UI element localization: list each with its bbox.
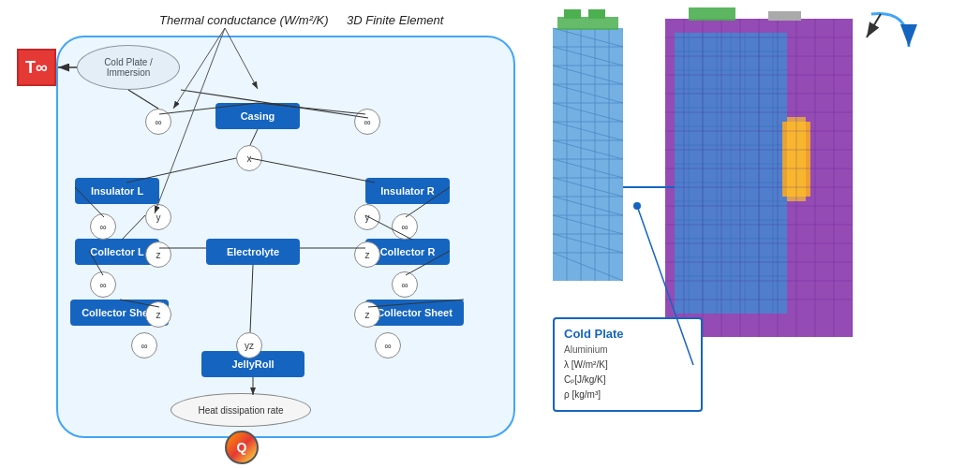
svg-line-51 [553, 197, 623, 215]
svg-rect-59 [675, 33, 787, 314]
electrolyte-box: Electrolyte [206, 239, 300, 265]
node-inf7: ∞ [131, 332, 157, 358]
svg-line-46 [553, 103, 623, 122]
cold-plate-annotation: Cold Plate Aluminium λ [W/m²/K] Cₚ[J/kg/… [553, 317, 703, 412]
svg-line-48 [553, 140, 623, 159]
network-box [56, 36, 515, 438]
node-inf2: ∞ [354, 109, 380, 135]
node-inf8: ∞ [375, 332, 401, 358]
t-inf-box: T∞ [17, 49, 56, 86]
svg-line-53 [553, 234, 623, 253]
node-inf4: ∞ [392, 213, 418, 240]
cold-plate-lambda: λ [W/m²/K] [564, 358, 691, 373]
svg-rect-25 [553, 28, 623, 281]
diagram-area: Thermal conductance (W/m²/K) 3D Finite E… [0, 0, 543, 468]
svg-point-112 [633, 202, 641, 210]
svg-line-52 [553, 215, 623, 234]
cold-plate-subtitle: Aluminium [564, 344, 691, 355]
svg-line-44 [553, 66, 623, 84]
svg-rect-108 [768, 11, 801, 21]
node-inf3: ∞ [90, 213, 116, 240]
svg-line-49 [553, 159, 623, 178]
node-x: x [236, 145, 262, 171]
svg-rect-55 [557, 17, 618, 30]
svg-rect-58 [665, 19, 853, 337]
node-yz: yz [236, 332, 262, 358]
svg-line-110 [867, 14, 881, 37]
t-inf-label: T∞ [25, 58, 48, 78]
thermal-annotation: Thermal conductance (W/m²/K) [159, 13, 329, 27]
svg-line-45 [553, 84, 623, 103]
cold-plate-rho: ρ [kg/m³] [564, 388, 691, 402]
node-z3: z [145, 301, 171, 328]
svg-rect-81 [787, 117, 806, 201]
main-container: Thermal conductance (W/m²/K) 3D Finite E… [0, 0, 980, 468]
svg-line-47 [553, 122, 623, 140]
casing-box: Casing [215, 103, 300, 129]
svg-line-50 [553, 178, 623, 197]
right-area: Cold Plate Aluminium λ [W/m²/K] Cₚ[J/kg/… [543, 0, 980, 468]
node-z1: z [145, 241, 171, 268]
svg-line-42 [553, 28, 623, 47]
svg-rect-107 [689, 7, 735, 21]
node-z2: z [354, 241, 380, 268]
cold-plate-cp: Cₚ[J/kg/K] [564, 373, 691, 388]
node-inf1: ∞ [145, 109, 171, 135]
heat-dissipation-label: Heat dissipation rate [198, 405, 283, 416]
node-z4: z [354, 301, 380, 328]
node-y1: y [145, 204, 171, 230]
node-inf5: ∞ [90, 271, 116, 298]
heat-dissipation-ellipse: Heat dissipation rate [171, 393, 311, 427]
insulator-r-box: Insulator R [365, 178, 450, 204]
svg-rect-56 [564, 9, 581, 19]
svg-line-43 [553, 47, 623, 66]
3dfe-annotation: 3D Finite Element [347, 13, 443, 27]
svg-line-54 [553, 253, 623, 281]
node-inf6: ∞ [392, 271, 418, 298]
node-y2: y [354, 204, 380, 230]
svg-rect-80 [782, 122, 810, 197]
cold-plate-title: Cold Plate [564, 327, 691, 341]
q-icon: Q [225, 431, 259, 464]
svg-rect-57 [588, 9, 605, 19]
insulator-l-box: Insulator L [75, 178, 159, 204]
